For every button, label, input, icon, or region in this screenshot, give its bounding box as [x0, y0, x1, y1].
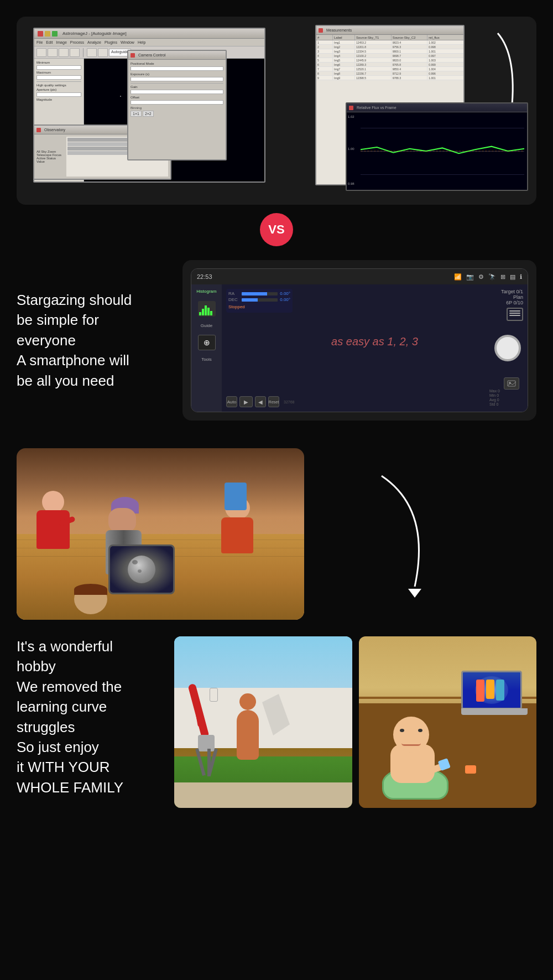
t-close[interactable]: [319, 28, 323, 33]
bin-1x1[interactable]: 1×1: [131, 111, 142, 117]
row-3-s2: 9800.1: [392, 49, 428, 53]
tablet-screen: [110, 546, 173, 593]
bottles-row: [476, 680, 504, 702]
vs-circle: VS: [260, 213, 293, 246]
row-1-label: Img1: [333, 40, 355, 44]
ra-fill: [242, 292, 267, 295]
simple-section: Stargazing should be simple for everyone…: [0, 255, 553, 437]
grid-icon: ⊞: [500, 273, 505, 281]
y-max: 1.02: [348, 115, 354, 118]
handwriting-area: as easy as 1, 2, 3: [226, 324, 523, 359]
graph-title: Relative Flux vs Frame: [357, 106, 397, 110]
vs-badge-section: VS: [0, 213, 553, 246]
graph-titlebar: Relative Flux vs Frame: [347, 103, 527, 112]
menu-window[interactable]: Window: [121, 40, 134, 44]
panel-label4: Aperture (pix): [36, 88, 81, 91]
min-btn[interactable]: [45, 31, 50, 37]
bottle-2: [486, 680, 494, 699]
menu-analyze[interactable]: Analyze: [87, 40, 101, 44]
baby-smile: [401, 743, 421, 746]
row-7-num: 7: [316, 67, 333, 71]
tool-btn-3[interactable]: [59, 48, 69, 57]
guide-icon[interactable]: ⊕: [198, 335, 216, 350]
back-button[interactable]: ◀: [255, 396, 266, 407]
tool-btn-6[interactable]: [98, 48, 108, 57]
s-close[interactable]: [131, 53, 135, 58]
baby-head: [393, 717, 429, 753]
row-3-s1: 12334.5: [355, 49, 392, 53]
cc-field3[interactable]: [131, 90, 223, 94]
menu-help[interactable]: Help: [138, 40, 145, 44]
max-btn[interactable]: [52, 31, 58, 37]
obs-close[interactable]: [36, 128, 41, 132]
row-4-flux: 0.997: [427, 54, 463, 58]
menu-edit[interactable]: Edit: [46, 40, 53, 44]
input-field[interactable]: [36, 65, 81, 70]
phone-main-area: Histogram Guide ⊕ Tools: [191, 284, 528, 412]
g-close[interactable]: [349, 106, 353, 110]
kid-3-shirt: [221, 517, 253, 553]
complex-software-card: AstroImageJ - [Autoguidr-Image] File Edi…: [17, 17, 536, 205]
row-5-s2: 9820.0: [392, 58, 428, 62]
bin-2x2[interactable]: 2×2: [143, 111, 154, 117]
cc-field1[interactable]: [131, 66, 223, 71]
row-7-s2: 9850.4: [392, 67, 428, 71]
stargazing-line1: Stargazing should: [17, 292, 132, 308]
close-btn[interactable]: [38, 31, 43, 37]
table-row-5: 5 Img5 12445.9 9820.0 1.003: [316, 58, 463, 63]
tool-btn-1[interactable]: [36, 48, 46, 57]
table-row-2: 2 Img2 12201.8 9756.3 0.998: [316, 45, 463, 49]
reset-button[interactable]: Reset: [268, 396, 279, 407]
menu-process[interactable]: Process: [70, 40, 84, 44]
simple-description-text: Stargazing should be simple for everyone…: [17, 290, 171, 391]
software-window-graph: Relative Flux vs Frame 1.02 1.00 0.98: [346, 102, 528, 191]
menu-line-3: [509, 315, 520, 316]
input-field2[interactable]: [36, 75, 81, 80]
auto-button[interactable]: Auto: [226, 396, 237, 407]
bottom-photos-grid: [174, 636, 536, 808]
row-5-s1: 12445.9: [355, 58, 392, 62]
tool-btn-2[interactable]: [48, 48, 58, 57]
bottom-line2: hobby: [17, 658, 56, 675]
panel-label: Minimum: [36, 61, 81, 64]
menu-line-2: [509, 313, 520, 314]
magnitude-label: Magnitude: [36, 98, 81, 101]
app-card: 22:53 📶 📷 ⚙ 🔭 ⊞ ▤ ℹ Histogram: [182, 260, 536, 421]
play-button[interactable]: ▶: [239, 396, 253, 407]
kids-photo: [17, 448, 304, 620]
table-row-8: 8 Img8 12156.7 9712.9 0.996: [316, 71, 463, 76]
pavement: [174, 782, 352, 808]
settings-titlebar: Camera Control: [128, 51, 226, 60]
table-title: Measurements: [326, 28, 352, 32]
histogram-preview[interactable]: [198, 301, 216, 317]
tool-btn-4[interactable]: [70, 48, 80, 57]
window-titlebar: AstroImageJ - [Autoguidr-Image]: [34, 29, 264, 39]
settings-icon: ⚙: [478, 273, 484, 281]
menu-icon[interactable]: [507, 308, 523, 321]
row-1-s2: 9823.4: [392, 40, 428, 44]
menu-plugins[interactable]: Plugins: [105, 40, 117, 44]
tool-btn-5[interactable]: [87, 48, 97, 57]
thumbnail-icon[interactable]: [504, 377, 519, 390]
capture-button[interactable]: [494, 335, 521, 361]
cc-field2[interactable]: [131, 77, 223, 81]
col-label: Label: [333, 35, 355, 40]
row-1-s1: 12453.2: [355, 40, 392, 44]
menu-file[interactable]: File: [36, 40, 43, 44]
row-7-flux: 1.004: [427, 67, 463, 71]
vs-label: VS: [268, 222, 284, 237]
aperture-field[interactable]: [36, 92, 81, 97]
row-6-s2: 9765.8: [392, 63, 428, 66]
y-min: 0.98: [348, 182, 354, 185]
menu-image[interactable]: Image: [56, 40, 66, 44]
cc-field4[interactable]: [131, 100, 223, 105]
row-2-s1: 12201.8: [355, 45, 392, 49]
camera-icon: 📷: [466, 273, 474, 281]
kid-2-head: [108, 508, 136, 533]
info-icon: ℹ: [520, 273, 522, 281]
ra-bar: [242, 292, 278, 295]
toolbar-sep: [83, 48, 84, 57]
dec-row: DEC 0.00°: [228, 297, 290, 302]
baby-toy: [437, 758, 450, 770]
row-6-s1: 12289.3: [355, 63, 392, 66]
